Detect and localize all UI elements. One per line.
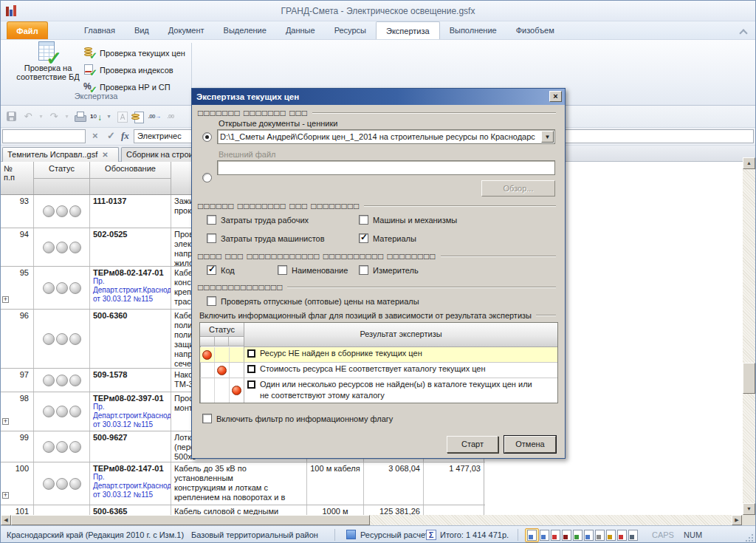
ribbon-tab-документ[interactable]: Документ (159, 21, 214, 39)
search-doc-icon[interactable] (595, 530, 605, 541)
doc-tab-temnitel[interactable]: Темнитель Исправл..gsf✕ (2, 147, 119, 162)
ribbon-tab-данные[interactable]: Данные (276, 21, 325, 39)
justification-link[interactable]: Пр. (93, 277, 168, 286)
tsn-doc-icon[interactable] (562, 530, 571, 541)
checkbox-machines[interactable]: Машины и механизмы (359, 215, 457, 225)
checkbox-box[interactable] (207, 215, 216, 225)
flag-row-price-mismatch[interactable]: Стоимость ресурса НЕ соответствует катал… (200, 363, 557, 378)
price-book-combobox[interactable]: D:\1_Сметы Андрей\Сборник цен_1_2014 на … (217, 129, 555, 144)
justification-link[interactable]: Пр. (93, 403, 168, 411)
check-indexes-button[interactable]: ✓ Проверка индексов (83, 63, 173, 78)
checkbox-box[interactable] (207, 296, 216, 306)
checkbox-filter-by-flag[interactable]: Включить фильтр по информационному флагу (202, 414, 393, 423)
justification-link[interactable]: от 30.03.12 №115 (93, 295, 168, 304)
print-icon[interactable] (73, 110, 86, 123)
horizontal-scroll-thumb[interactable] (11, 515, 370, 525)
prices-doc-icon[interactable] (606, 530, 616, 541)
checkbox-box[interactable] (278, 265, 287, 275)
checkbox-labor-operators[interactable]: Затраты труда машинистов (207, 233, 325, 243)
decimal-increase-icon[interactable]: .00→ (148, 110, 161, 123)
flag-checkbox[interactable] (247, 380, 255, 389)
collapse-ribbon-icon[interactable] (740, 29, 746, 35)
nr-sp-doc-icon[interactable] (584, 530, 594, 541)
ribbon-tab-вид[interactable]: Вид (125, 21, 159, 39)
sort-dropdown-icon[interactable]: ▾ (106, 110, 112, 123)
cancel-button[interactable]: Отмена (504, 436, 556, 453)
check-db-button[interactable]: ✓ Проверка на соответствие БД (16, 41, 80, 90)
undo-dropdown-icon[interactable]: ▾ (38, 110, 44, 123)
col-header-num[interactable]: № (4, 164, 29, 173)
checkbox-name[interactable]: Наименование (278, 265, 348, 275)
check-current-prices-button[interactable]: ✓ Проверка текущих цен (83, 46, 185, 61)
ribbon-tab-экспертиза[interactable]: Экспертиза (376, 21, 440, 39)
scroll-down-icon[interactable]: ▼ (743, 503, 755, 515)
autoname-icon[interactable] (115, 110, 128, 123)
resource-view-icon[interactable] (540, 530, 549, 541)
vertical-scrollbar[interactable]: ▲ ▼ (743, 157, 755, 515)
justification-link[interactable]: Департ.строит.Краснода... (93, 286, 168, 295)
justification-link[interactable]: от 30.03.12 №115 (93, 491, 168, 499)
ribbon-tab-выполнение[interactable]: Выполнение (440, 21, 506, 39)
undo-icon[interactable]: ↶ (21, 110, 35, 123)
ribbon-tab-выделение[interactable]: Выделение (214, 21, 276, 39)
justification-link[interactable]: Департ.строит.Краснода... (93, 482, 168, 491)
accept-edit-icon[interactable]: ✓ (107, 128, 115, 144)
flag-row-not-found[interactable]: Ресурс НЕ найден в сборнике текущих цен (200, 347, 557, 363)
cancel-edit-icon[interactable]: × (92, 128, 98, 144)
checkbox-materials[interactable]: Материалы (359, 233, 416, 243)
checkbox-box[interactable] (207, 233, 216, 243)
scroll-right-icon[interactable]: ▶ (732, 515, 742, 525)
justification-link[interactable]: от 30.03.12 №115 (93, 420, 168, 429)
numbered-sort-icon[interactable]: 110↓ (89, 110, 103, 123)
region-doc-icon[interactable] (551, 530, 560, 541)
scroll-up-icon[interactable]: ▲ (743, 157, 755, 169)
flag-checkbox[interactable] (247, 365, 255, 373)
redo-dropdown-icon[interactable]: ▾ (63, 110, 70, 123)
flag-row-multiple[interactable]: Один или несколько ресурсов не найден(ы)… (200, 378, 557, 403)
ribbon-tab-главная[interactable]: Главная (75, 21, 125, 39)
position-input[interactable] (2, 129, 86, 143)
start-button[interactable]: Старт (447, 436, 498, 453)
schedule-doc-icon[interactable] (573, 530, 583, 541)
justification-link[interactable]: Департ.строит.Краснода... (93, 411, 168, 420)
checkbox-labor-workers[interactable]: Затраты труда рабочих (207, 215, 309, 225)
browse-button[interactable]: Обзор... (481, 180, 555, 197)
ribbon-tab-физобъем[interactable]: Физобъем (506, 21, 564, 39)
decimal-decrease-icon[interactable]: .00 (164, 110, 177, 123)
expand-icon[interactable]: + (2, 418, 9, 425)
redo-icon[interactable]: ↷ (47, 110, 61, 123)
calculator-doc-icon[interactable] (628, 530, 638, 541)
tab-file[interactable]: Файл (7, 21, 48, 39)
vertical-scroll-thumb[interactable] (743, 363, 755, 394)
close-tab-icon[interactable]: ✕ (102, 151, 108, 159)
scroll-left-icon[interactable]: ◀ (1, 515, 11, 525)
current-prices-doc-icon[interactable] (131, 110, 145, 123)
checkbox-box[interactable] (202, 414, 212, 423)
external-file-input[interactable] (217, 160, 555, 175)
checkbox-box[interactable] (359, 233, 368, 243)
checkbox-box[interactable] (359, 215, 368, 225)
checkbox-box[interactable] (359, 265, 368, 275)
grid-row-100[interactable]: 100+ТЕРм08-02-147-01Пр.Департ.строит.Кра… (1, 462, 485, 505)
horizontal-scrollbar[interactable]: ◀ ▶ (1, 515, 742, 525)
flag-checkbox[interactable] (247, 349, 255, 358)
expand-icon[interactable]: + (2, 296, 9, 303)
checkbox-measure[interactable]: Измеритель (359, 265, 419, 275)
grid-row-101[interactable]: 101500-6365Кабель силовой с медными жила… (1, 505, 485, 515)
ribbon-tab-ресурсы[interactable]: Ресурсы (325, 21, 376, 39)
fx-icon[interactable]: fx (121, 128, 129, 144)
estimate-view-icon[interactable] (527, 530, 537, 541)
dialog-title-bar[interactable]: Экспертиза текущих цен (192, 89, 565, 105)
open-docs-radio[interactable] (202, 132, 212, 142)
expand-icon[interactable]: + (2, 492, 9, 499)
combo-dropdown-icon[interactable]: ▼ (541, 131, 554, 143)
dialog-close-button[interactable]: × (549, 91, 562, 102)
external-file-radio[interactable] (202, 173, 212, 182)
checkbox-box[interactable] (207, 265, 216, 275)
chart-doc-icon[interactable] (617, 530, 627, 541)
checkbox-wholesale-prices[interactable]: Проверять отпускные (оптовые) цены на ма… (207, 296, 419, 306)
resize-grip[interactable] (745, 533, 754, 542)
checkbox-code[interactable]: Код (207, 265, 235, 275)
justification-link[interactable]: Пр. (93, 473, 168, 482)
save-icon[interactable] (5, 110, 18, 123)
